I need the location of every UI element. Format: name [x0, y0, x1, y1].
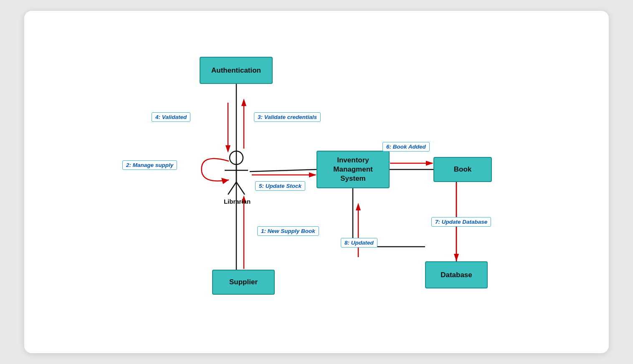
- label-validate-credentials: 3: Validate credentials: [254, 112, 321, 122]
- librarian-label: Librarian: [223, 198, 252, 205]
- label-manage-supply: 2: Manage supply: [122, 160, 177, 170]
- book-box: Book: [433, 157, 492, 182]
- svg-marker-21: [454, 254, 459, 261]
- inventory-label: InventoryManagmentSystem: [333, 156, 372, 183]
- diagram-canvas: Authentication InventoryManagmentSystem …: [24, 11, 609, 353]
- label-updated: 8: Updated: [341, 238, 377, 248]
- svg-line-25: [228, 182, 236, 195]
- svg-marker-11: [221, 178, 229, 184]
- svg-line-2: [250, 169, 316, 172]
- label-book-added: 6: Book Added: [382, 142, 430, 152]
- svg-marker-15: [426, 161, 433, 166]
- database-box: Database: [425, 261, 488, 288]
- svg-line-26: [236, 182, 245, 195]
- authentication-box: Authentication: [200, 57, 273, 84]
- label-update-stock: 5: Update Stock: [255, 181, 305, 191]
- svg-marker-13: [309, 172, 316, 177]
- svg-marker-10: [241, 99, 246, 106]
- svg-marker-19: [356, 203, 361, 210]
- label-validated: 4: Validated: [152, 112, 190, 122]
- inventory-box: InventoryManagmentSystem: [316, 151, 390, 188]
- label-update-database: 7: Update Database: [431, 217, 491, 227]
- supplier-box: Supplier: [212, 270, 275, 295]
- label-new-supply-book: 1: New Supply Book: [257, 226, 319, 236]
- svg-marker-8: [225, 145, 230, 153]
